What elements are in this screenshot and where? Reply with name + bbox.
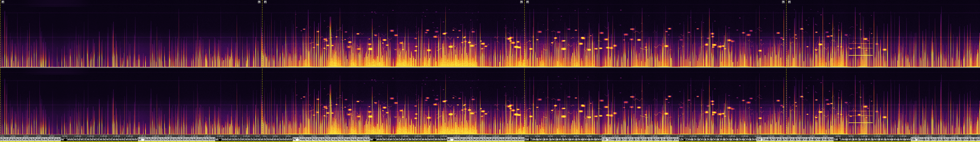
time-label-cell[interactable]: -11h10 [614, 137, 621, 141]
time-label-cell[interactable]: -10h25 [557, 137, 563, 141]
time-label-cell[interactable]: -11h15 [621, 137, 627, 141]
time-label-cell[interactable]: -14h35 [878, 137, 885, 141]
time-label-cell[interactable]: -13h40 [808, 137, 814, 141]
time-label-cell[interactable]: -6h25 [247, 137, 254, 141]
spectrogram-pane-channel-2[interactable] [0, 68, 980, 134]
time-label-cell[interactable]: -11h55 [672, 137, 679, 141]
time-label-cell[interactable]: -12h20 [705, 137, 711, 141]
time-label-cell[interactable]: -9h45 [505, 137, 511, 141]
time-label-cell[interactable]: -10h35 [570, 137, 576, 141]
time-label-cell[interactable]: -15h10 [924, 137, 930, 141]
time-label-cell[interactable]: -4h20 [86, 137, 93, 141]
time-label-cell[interactable]: -3h20 [9, 137, 16, 141]
time-label-cell[interactable]: -15h50 [975, 137, 980, 141]
time-label-cell[interactable]: -8h25 [402, 137, 408, 141]
time-label-cell[interactable]: -11h40 [653, 137, 660, 141]
time-label-cell[interactable]: -14h05 [840, 137, 846, 141]
time-label-cell[interactable]: -10h05 [531, 137, 537, 141]
time-label-cell[interactable]: -11h35 [647, 137, 653, 141]
time-label-cell[interactable]: -13h50 [821, 137, 827, 141]
time-label-cell[interactable]: -7h15 [312, 137, 318, 141]
time-label-cell[interactable]: -4h50 [125, 137, 131, 141]
time-label-cell[interactable]: -8h15 [389, 137, 396, 141]
time-label-cell[interactable]: -10h15 [544, 137, 550, 141]
time-label-cell[interactable]: -7h [293, 137, 299, 141]
time-label-cell[interactable]: -12h25 [711, 137, 718, 141]
time-label-cell[interactable]: -8h40 [421, 137, 428, 141]
time-label-cell[interactable]: -15h45 [969, 137, 975, 141]
time-label-cell[interactable]: -13h25 [788, 137, 795, 141]
time-label-cell[interactable]: -10h10 [537, 137, 544, 141]
time-label-cell[interactable]: -14h20 [859, 137, 865, 141]
time-label-cell[interactable]: -13h15 [775, 137, 782, 141]
time-label-cell[interactable]: -13h45 [814, 137, 821, 141]
time-label-cell[interactable]: -14h50 [898, 137, 904, 141]
time-label-cell[interactable]: -11h [601, 137, 608, 141]
time-label-cell[interactable]: -4h35 [106, 137, 112, 141]
time-label-cell[interactable]: -6h05 [221, 137, 228, 141]
time-label-cell[interactable]: -6h [215, 137, 221, 141]
time-label-cell[interactable]: -4h40 [112, 137, 119, 141]
time-label-cell[interactable]: -11h25 [634, 137, 640, 141]
time-label-cell[interactable]: -6h35 [260, 137, 267, 141]
time-label-cell[interactable]: -9h30 [485, 137, 492, 141]
time-label-cell[interactable]: -12h45 [737, 137, 743, 141]
time-label-cell[interactable]: -10h55 [595, 137, 601, 141]
time-label-cell[interactable]: -3h50 [48, 137, 54, 141]
time-label-cell[interactable]: -6h45 [273, 137, 280, 141]
time-label-cell[interactable]: -10h50 [589, 137, 595, 141]
time-label-cell[interactable]: -6h55 [286, 137, 293, 141]
time-label-cell[interactable]: -10h40 [576, 137, 582, 141]
time-label-cell[interactable]: -7h55 [363, 137, 370, 141]
time-label-cell[interactable]: -12h50 [743, 137, 750, 141]
time-label-cell[interactable]: -9h50 [511, 137, 518, 141]
time-label-cell[interactable]: -6h15 [234, 137, 241, 141]
time-label-cell[interactable]: -11h50 [666, 137, 673, 141]
time-label-cell[interactable]: -12h55 [750, 137, 756, 141]
time-label-cell[interactable]: -4h05 [67, 137, 73, 141]
time-label-cell[interactable]: -13h05 [762, 137, 769, 141]
time-ruler[interactable]: hmshms10:0020:0030:0040:0050:001:00:001:… [0, 134, 980, 137]
time-label-cell[interactable]: -11h05 [608, 137, 614, 141]
time-label-cell[interactable]: -7h40 [344, 137, 350, 141]
time-label-cell[interactable]: -5h55 [208, 137, 215, 141]
time-label-cell[interactable]: -7h50 [357, 137, 363, 141]
time-label-cell[interactable]: -6h30 [254, 137, 260, 141]
time-label-cell[interactable]: -7h30 [331, 137, 337, 141]
time-label-cell[interactable]: -10h30 [563, 137, 570, 141]
view-grip-icon[interactable] [258, 1, 261, 3]
time-label-cell[interactable]: -10h45 [582, 137, 589, 141]
time-label-cell[interactable]: -15h40 [962, 137, 969, 141]
time-label-cell[interactable]: -3h15 [3, 137, 9, 141]
time-label-cell[interactable]: -13h [756, 137, 763, 141]
time-label-cell[interactable]: -13h35 [801, 137, 808, 141]
view-grip-icon[interactable] [782, 1, 784, 3]
time-label-cell[interactable]: -3h55 [54, 137, 60, 141]
time-label-cell[interactable]: -9h15 [466, 137, 473, 141]
time-label-cell[interactable]: -9h [447, 137, 453, 141]
time-label-cell[interactable]: -4h25 [93, 137, 99, 141]
time-label-cell[interactable]: -11h20 [627, 137, 634, 141]
time-label-cell[interactable]: -3h30 [22, 137, 29, 141]
view-grip-icon[interactable] [264, 1, 267, 3]
time-label-cell[interactable]: -6h40 [267, 137, 273, 141]
time-label-cell[interactable]: -11h30 [640, 137, 647, 141]
label-track[interactable]: -3h10-3h15-3h20-3h25-3h30-3h35-3h40-3h45… [0, 137, 980, 141]
time-label-cell[interactable]: -4h [60, 137, 67, 141]
time-label-cell[interactable]: -11h45 [660, 137, 666, 141]
time-label-cell[interactable]: -15h [911, 137, 917, 141]
time-label-cell[interactable]: -5h25 [170, 137, 177, 141]
time-label-cell[interactable]: -8h45 [428, 137, 434, 141]
time-label-cell[interactable]: -4h30 [99, 137, 106, 141]
time-label-cell[interactable]: -12h15 [698, 137, 705, 141]
time-label-cell[interactable]: -3h45 [41, 137, 48, 141]
time-label-cell[interactable]: -7h05 [299, 137, 305, 141]
time-label-cell[interactable]: -13h10 [769, 137, 775, 141]
time-label-cell[interactable]: -3h35 [28, 137, 35, 141]
time-label-cell[interactable]: -14h30 [872, 137, 878, 141]
time-label-cell[interactable]: -9h25 [479, 137, 486, 141]
time-label-cell[interactable]: -6h20 [241, 137, 247, 141]
time-label-cell[interactable]: -6h10 [228, 137, 234, 141]
time-label-cell[interactable]: -8h35 [415, 137, 421, 141]
time-label-cell[interactable]: -12h05 [685, 137, 692, 141]
